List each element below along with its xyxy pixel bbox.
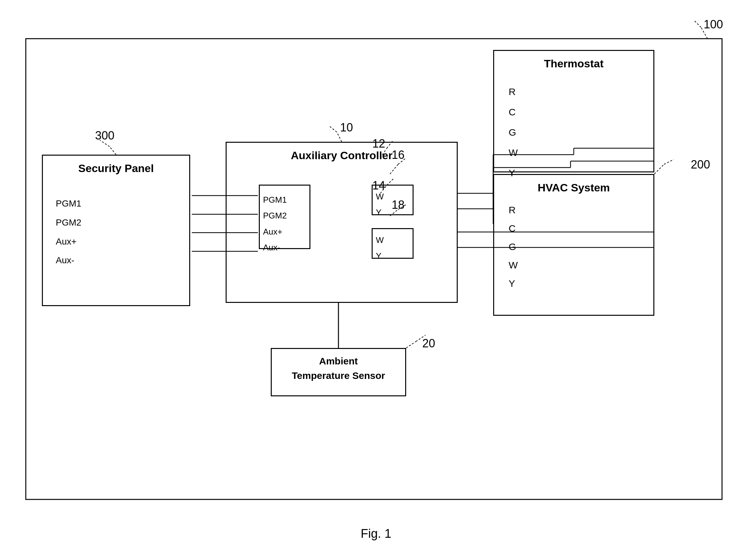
aux-inner-right-top-text: WY	[376, 189, 384, 221]
aux-inner-left-text: PGM1PGM2Aux+Aux-	[263, 192, 287, 256]
svg-line-2	[695, 21, 701, 27]
figure-caption: Fig. 1	[361, 527, 391, 541]
ref-20: 20	[422, 337, 435, 350]
hvac-box: HVAC System RCGWY	[493, 174, 654, 316]
aux-inner-left-block: PGM1PGM2Aux+Aux-	[259, 185, 311, 249]
ref-16: 16	[392, 148, 404, 162]
security-panel-title: Security Panel	[43, 162, 189, 175]
thermostat-pins: RCGWY	[509, 81, 518, 183]
svg-line-6	[329, 126, 337, 132]
aux-controller-title: Auxiliary Controller	[226, 149, 457, 162]
security-panel-box: Security Panel PGM1PGM2Aux+Aux-	[42, 155, 190, 306]
hvac-pins: RCGWY	[509, 201, 518, 293]
svg-line-8	[664, 160, 674, 164]
ref-100: 100	[704, 18, 723, 31]
thermostat-box: Thermostat RCGWY	[493, 50, 654, 173]
ref-12: 12	[372, 137, 385, 151]
aux-inner-right-bottom-block: WY	[372, 228, 414, 259]
hvac-title: HVAC System	[494, 181, 653, 194]
ref-18: 18	[392, 198, 404, 212]
ambient-sensor-title: AmbientTemperature Sensor	[272, 354, 405, 383]
svg-line-17	[406, 342, 416, 348]
thermostat-title: Thermostat	[494, 57, 653, 70]
aux-controller-box: Auxiliary Controller PGM1PGM2Aux+Aux- WY…	[225, 142, 458, 303]
ref-200: 200	[691, 158, 710, 172]
svg-line-3	[110, 146, 116, 155]
page: 100 Thermostat RCGWY HVAC System RCGWY S…	[0, 0, 752, 560]
ref-300: 300	[95, 129, 115, 142]
svg-line-7	[654, 164, 664, 174]
ref-14: 14	[372, 179, 385, 192]
security-pins: PGM1PGM2Aux+Aux-	[56, 194, 81, 270]
aux-inner-right-bottom-text: WY	[376, 232, 384, 264]
ref-10: 10	[340, 121, 353, 134]
ambient-sensor-box: AmbientTemperature Sensor	[271, 348, 406, 396]
